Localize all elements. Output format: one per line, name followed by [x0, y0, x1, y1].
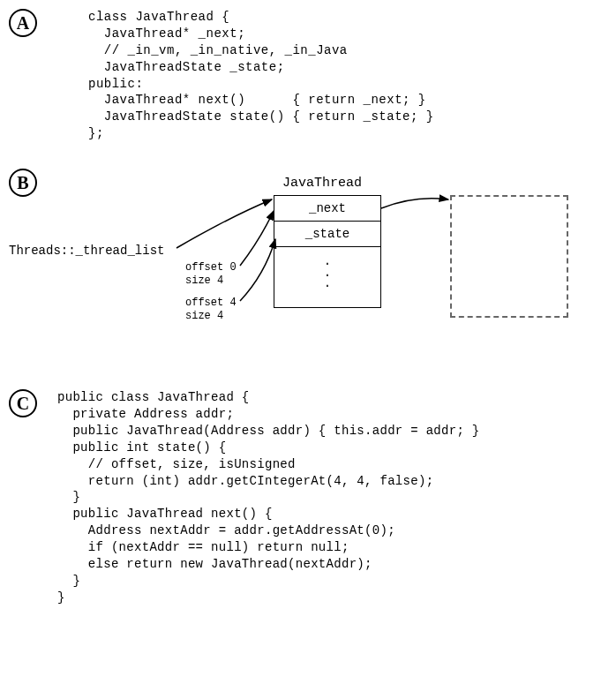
label-c-circle: C	[9, 389, 37, 417]
label-c-text: C	[17, 394, 29, 414]
code-c: public class JavaThread { private Addres…	[57, 389, 607, 606]
section-b: B Threads::_thread_list offset 0 size 4 …	[9, 169, 607, 363]
section-a: A class JavaThread { JavaThread* _next; …	[9, 9, 607, 142]
code-a: class JavaThread { JavaThread* _next; //…	[88, 9, 607, 142]
offset-4-label: offset 4 size 4	[185, 297, 237, 322]
javathread-box: _next _state . . .	[274, 195, 381, 308]
diagram-b: Threads::_thread_list offset 0 size 4 of…	[9, 169, 607, 363]
dashed-box	[450, 195, 568, 318]
section-c: C public class JavaThread { private Addr…	[9, 389, 607, 606]
thread-list-label: Threads::_thread_list	[9, 244, 164, 258]
box-title: JavaThread	[282, 176, 362, 191]
label-a-text: A	[17, 13, 29, 34]
field-next: _next	[274, 196, 380, 222]
label-a-circle: A	[9, 9, 37, 37]
field-state: _state	[274, 222, 380, 247]
field-dots: . . .	[274, 247, 380, 307]
offset-0-label: offset 0 size 4	[185, 261, 237, 287]
